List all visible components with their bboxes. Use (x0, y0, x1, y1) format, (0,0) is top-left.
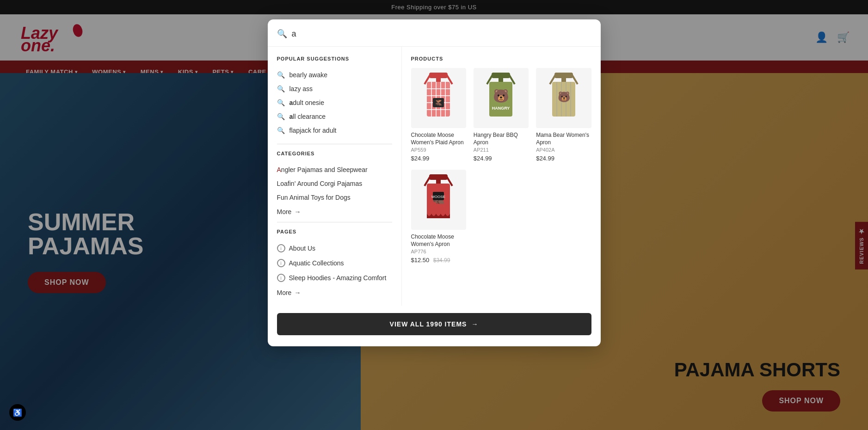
more-label: More (277, 289, 292, 296)
product-image: 🐻 HANGRY (474, 68, 529, 128)
product-sku: AP559 (411, 147, 466, 153)
view-all-label: VIEW ALL 1990 ITEMS (390, 320, 467, 328)
accessibility-icon: ♿ (13, 408, 22, 417)
products-grid: 🫎 Chocolate Moose Women's Plaid Apron AP… (411, 68, 591, 264)
search-body: POPULAR SUGGESTIONS 🔍 bearly awake 🔍 laz… (268, 47, 601, 306)
product-price: $24.99 (536, 154, 591, 162)
svg-text:🐻: 🐻 (493, 88, 509, 104)
svg-rect-19 (499, 78, 503, 82)
search-icon: 🔍 (277, 29, 287, 39)
info-icon: i (277, 274, 285, 282)
product-price: $24.99 (411, 154, 466, 162)
product-image: 🐻 (536, 68, 591, 128)
categories-title: CATEGORIES (277, 151, 392, 156)
suggestion-lazy-ass[interactable]: 🔍 lazy ass (277, 82, 392, 96)
svg-text:🫎: 🫎 (435, 99, 442, 106)
product-name: Chocolate Moose Women's Plaid Apron (411, 132, 466, 146)
accessibility-widget[interactable]: ♿ (9, 404, 26, 421)
search-input[interactable] (292, 29, 591, 39)
popular-suggestions-title: POPULAR SUGGESTIONS (277, 56, 392, 61)
page-text: Sleep Hoodies - Amazing Comfort (289, 274, 387, 282)
product-name: Hangry Bear BBQ Apron (474, 132, 529, 146)
suggestion-text: flapjack for adult (289, 127, 337, 134)
search-suggestion-icon: 🔍 (277, 85, 285, 92)
arrow-right-icon: → (294, 289, 301, 296)
pages-more-link[interactable]: More → (277, 289, 392, 296)
more-label: More (277, 208, 292, 215)
arrow-right-icon: → (471, 320, 478, 328)
category-fun-animal[interactable]: Fun Animal Toys for Dogs (277, 190, 392, 204)
product-sku: AP211 (474, 147, 529, 153)
product-image: 🫎 MOOSE (411, 170, 466, 230)
search-suggestion-icon: 🔍 (277, 127, 285, 134)
page-about-us[interactable]: i About Us (277, 241, 392, 256)
product-image: 🫎 (411, 68, 466, 128)
category-loafin[interactable]: Loafin' Around Corgi Pajamas (277, 177, 392, 190)
product-sku: AP776 (411, 249, 466, 254)
search-right-panel: PRODUCTS (402, 47, 601, 306)
info-icon: i (277, 244, 285, 252)
page-text: Aquatic Collections (289, 259, 344, 267)
suggestion-text: adult onesie (289, 99, 325, 106)
product-card[interactable]: 🫎 Chocolate Moose Women's Plaid Apron AP… (411, 68, 466, 162)
suggestion-text: bearly awake (289, 71, 328, 79)
category-text: Fun Animal Toys for Dogs (277, 194, 351, 201)
info-icon: i (277, 259, 285, 267)
product-price: $12.50 $34.99 (411, 256, 466, 264)
suggestion-text: lazy ass (289, 85, 313, 92)
svg-rect-36 (436, 180, 441, 184)
products-title: PRODUCTS (411, 56, 591, 61)
product-name: Mama Bear Women's Apron (536, 132, 591, 146)
product-card[interactable]: 🫎 MOOSE Chocolate Moose Women's Apron AP… (411, 170, 466, 264)
suggestion-adult-onesie[interactable]: 🔍 adult onesie (277, 96, 392, 110)
svg-rect-4 (436, 78, 441, 82)
search-suggestion-icon: 🔍 (277, 71, 285, 79)
product-sku: AP402A (536, 147, 591, 153)
search-left-panel: POPULAR SUGGESTIONS 🔍 bearly awake 🔍 laz… (268, 47, 402, 306)
category-text: Angler Pajamas and Sleepwear (277, 166, 368, 173)
search-suggestion-icon: 🔍 (277, 113, 285, 120)
product-name: Chocolate Moose Women's Apron (411, 233, 466, 248)
product-card[interactable]: 🐻 HANGRY Hangry Bear BBQ Apron AP211 $24… (474, 68, 529, 162)
pages-title: PAGES (277, 229, 392, 234)
suggestion-text: all clearance (289, 113, 326, 120)
product-card[interactable]: 🐻 Mama Bear Women's Apron AP402A $24.99 (536, 68, 591, 162)
svg-text:HANGRY: HANGRY (492, 106, 510, 111)
svg-text:MOOSE: MOOSE (431, 195, 445, 199)
category-angler[interactable]: Angler Pajamas and Sleepwear (277, 163, 392, 177)
product-price: $24.99 (474, 154, 529, 162)
svg-rect-26 (561, 78, 566, 82)
suggestion-all-clearance[interactable]: 🔍 all clearance (277, 110, 392, 123)
search-modal: 🔍 POPULAR SUGGESTIONS 🔍 bearly awake 🔍 l… (268, 19, 601, 346)
suggestion-flapjack[interactable]: 🔍 flapjack for adult (277, 123, 392, 137)
view-all-button[interactable]: VIEW ALL 1990 ITEMS → (277, 313, 591, 335)
page-text: About Us (289, 245, 316, 252)
arrow-right-icon: → (294, 208, 301, 215)
svg-text:🐻: 🐻 (557, 91, 570, 103)
categories-more-link[interactable]: More → (277, 208, 392, 215)
page-aquatic[interactable]: i Aquatic Collections (277, 256, 392, 270)
page-sleep-hoodies[interactable]: i Sleep Hoodies - Amazing Comfort (277, 270, 392, 285)
suggestion-bearly-awake[interactable]: 🔍 bearly awake (277, 68, 392, 82)
category-text: Loafin' Around Corgi Pajamas (277, 180, 363, 187)
search-input-area: 🔍 (268, 19, 601, 47)
search-suggestion-icon: 🔍 (277, 99, 285, 106)
view-all-section: VIEW ALL 1990 ITEMS → (268, 306, 601, 335)
